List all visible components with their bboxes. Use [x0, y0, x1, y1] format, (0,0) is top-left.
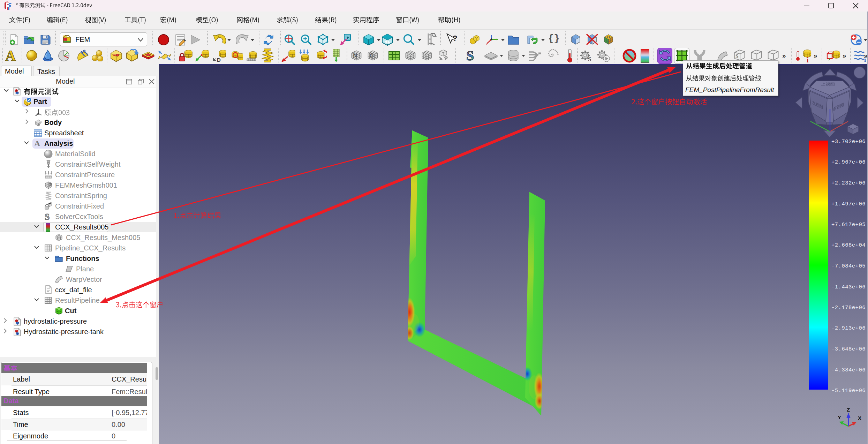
svg-text:Z: Z — [847, 408, 850, 413]
svg-text:X: X — [858, 415, 861, 421]
svg-text:Y: Y — [838, 414, 841, 420]
